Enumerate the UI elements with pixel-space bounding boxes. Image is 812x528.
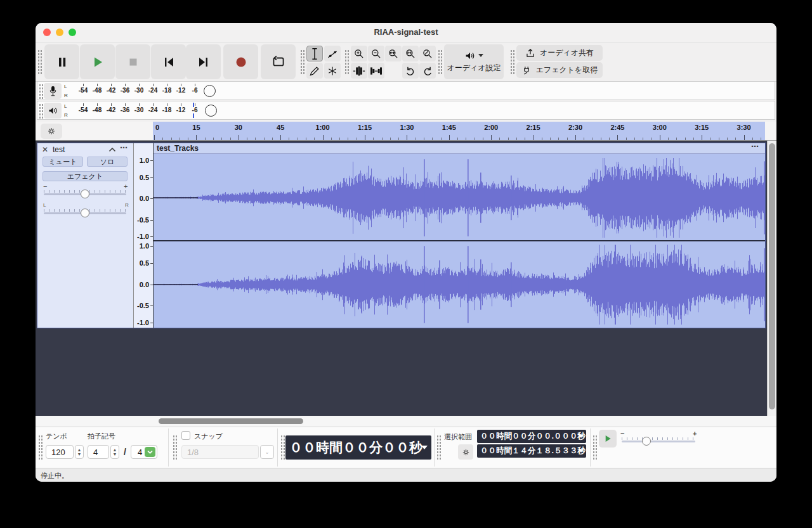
play-at-speed-toolbar-grip[interactable] [593,435,597,460]
audio-setup-toolbar-grip[interactable] [438,49,442,75]
snap-value-select[interactable]: 1/8 [181,445,259,459]
mute-button[interactable]: ミュート [43,157,83,167]
zoom-toggle-button[interactable] [419,46,436,61]
undo-button[interactable] [402,63,419,79]
selection-start-dropdown-icon[interactable] [579,435,584,438]
loop-icon [270,54,287,70]
share-audio-button[interactable]: オーディオ共有 [516,45,603,61]
edit-toolbar-grip[interactable] [344,49,349,75]
gain-slider-thumb[interactable] [81,190,89,198]
get-effects-button[interactable]: エフェクトを取得 [516,62,603,78]
loop-button[interactable] [261,44,296,79]
clip-menu-icon[interactable]: ⋯ [751,142,760,151]
selection-toolbar-grip[interactable] [436,435,441,460]
ruler-tick [550,138,551,140]
vertical-scale-ruler[interactable]: 1.00.50.0-0.5-1.0 1.00.50.0-0.5-1.0 [134,143,154,328]
clip-header[interactable]: test_Tracks ⋯ [154,143,765,154]
vertical-scale-label: -0.5 [137,302,149,309]
time-format-dropdown-icon[interactable] [421,446,428,449]
skip-to-end-button[interactable] [186,44,221,79]
zoom-fit-project-button[interactable] [402,46,419,61]
pan-slider-thumb[interactable] [81,209,89,217]
tempo-input[interactable]: 120 [46,445,74,459]
silence-audio-button[interactable] [368,63,384,79]
time-signature-upper-input[interactable]: 4 [88,445,109,459]
time-toolbar-grip[interactable] [280,435,285,460]
playback-peak-indicator-right [193,113,194,118]
selection-start-display[interactable]: ００時間００分００.０００秒 [477,430,586,443]
ruler-time-label: 2:15 [527,124,540,131]
trim-audio-button[interactable] [351,63,367,79]
ruler-tick [247,138,247,140]
horizontal-scrollbar[interactable] [36,416,776,427]
selection-options-button[interactable] [458,444,473,460]
waveform-canvas[interactable] [154,154,765,328]
redo-button[interactable] [419,63,436,79]
record-clip-indicator[interactable] [204,85,216,97]
vertical-scale-label: 1.0 [140,242,149,250]
meter-scale[interactable]: -54-48-42-36-30-24-18-12-6 [37,101,228,119]
draw-tool-button[interactable] [306,63,323,79]
effects-button[interactable]: エフェクト [43,171,128,181]
title-bar: RIAA-signal-test [36,23,776,42]
pan-slider[interactable] [44,212,126,214]
time-signature-lower-dropdown-button[interactable] [145,447,155,457]
track-name[interactable]: test [53,145,65,154]
meter-scale[interactable]: -54-48-42-36-30-24-18-12-6 [37,82,228,100]
stop-button[interactable] [115,44,150,79]
ruler-tick [188,138,188,140]
audio-clip[interactable]: test_Tracks ⋯ [154,143,765,328]
ruler-tick [171,138,172,140]
selection-tool-button[interactable] [306,46,323,61]
snapping-toolbar-grip[interactable] [173,435,177,460]
ruler-tick [634,138,635,140]
zoom-selection-button[interactable] [385,46,402,61]
record-button[interactable] [223,44,258,79]
time-signature-lower-select[interactable]: 4 [131,445,157,459]
share-upload-icon [525,48,535,58]
vertical-scrollbar-thumb[interactable] [769,143,775,409]
tools-toolbar-grip[interactable] [300,49,304,75]
tempo-stepper[interactable]: ▲▼ [75,445,84,459]
ruler-tick [542,138,542,140]
multi-tool-button[interactable] [324,63,341,79]
track-menu-icon[interactable]: ⋯ [120,143,128,152]
close-track-icon[interactable]: ✕ [42,145,48,154]
gain-slider[interactable] [44,193,126,195]
timeline-ruler[interactable]: 01530451:001:151:301:452:002:152:302:453… [36,122,776,141]
horizontal-scrollbar-thumb[interactable] [159,418,303,424]
selection-end-display[interactable]: ００時間１４分１８.５３３秒 [477,444,586,458]
selection-end-dropdown-icon[interactable] [579,449,584,453]
envelope-tool-button[interactable] [324,46,341,61]
gain-plus-label: + [124,183,128,190]
clip-name[interactable]: test_Tracks [157,144,199,153]
snap-checkbox[interactable] [181,431,190,440]
play-speed-slider[interactable] [622,441,695,442]
zoom-out-button[interactable] [368,46,384,61]
time-signature-upper-stepper[interactable]: ▲▼ [110,445,119,459]
selection-end-value[interactable]: ００時間１４分１８.５３３秒 [477,446,586,456]
audio-position-display[interactable]: ００時間００分００秒 [285,435,431,460]
ruler-time-label: 3:30 [737,124,751,131]
play-at-speed-button[interactable] [599,430,617,448]
skip-to-start-button[interactable] [151,44,186,79]
zoom-in-button[interactable] [351,46,367,61]
audio-position-value[interactable]: ００時間００分００秒 [285,439,422,456]
share-toolbar-grip[interactable] [510,49,514,75]
collapse-track-icon[interactable] [108,147,116,152]
ruler-tick [255,138,256,140]
play-speed-slider-thumb[interactable] [642,437,651,446]
audio-setup-button[interactable]: オーディオ設定 [444,44,504,79]
playback-clip-indicator[interactable] [205,105,217,117]
play-button[interactable] [80,44,115,79]
ruler-tick [154,135,155,140]
vertical-scrollbar[interactable] [767,141,776,416]
time-signature-toolbar-grip[interactable] [38,435,43,460]
gear-icon [461,448,471,457]
selection-start-value[interactable]: ００時間００分００.０００秒 [477,431,586,442]
snap-dropdown-button[interactable]: ⌄ [260,445,274,459]
pause-button[interactable] [44,44,79,79]
solo-button[interactable]: ソロ [87,157,128,167]
ruler-time-label: 2:30 [568,124,582,131]
transport-toolbar-grip[interactable] [37,49,42,75]
